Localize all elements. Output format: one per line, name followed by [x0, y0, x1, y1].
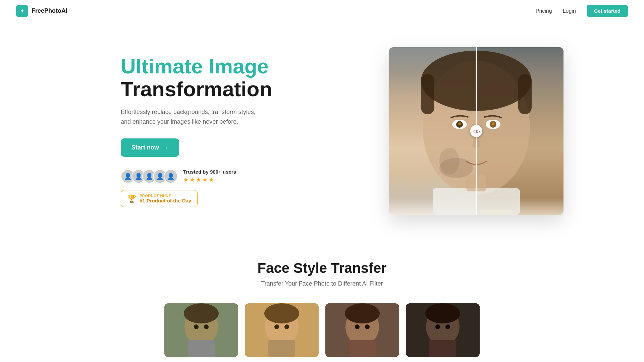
svg-rect-37: [429, 340, 456, 357]
ph-title: #1 Product of the Day: [140, 198, 191, 203]
fst-card-2-image: [245, 303, 319, 357]
hero-image: ◁▷: [376, 47, 564, 215]
svg-point-9: [492, 122, 494, 125]
navbar: ✦ FreePhotoAI Pricing Login Get started: [0, 0, 644, 22]
svg-point-30: [365, 324, 370, 329]
svg-point-16: [184, 303, 219, 323]
star-5: ★: [209, 176, 214, 183]
fst-card-2[interactable]: [245, 303, 319, 357]
fst-card-3-image: [325, 303, 399, 357]
svg-rect-19: [188, 340, 215, 357]
social-proof: 👤 👤 👤 👤 👤 Trusted by 900+ users ★ ★ ★ ★ …: [121, 169, 272, 183]
fst-subtitle: Transfer Your Face Photo to Different AI…: [80, 280, 564, 287]
logo-text: FreePhotoAI: [32, 7, 67, 14]
svg-point-35: [435, 324, 440, 329]
svg-rect-2: [421, 74, 434, 114]
svg-rect-31: [349, 340, 376, 357]
trusted-text: Trusted by 900+ users: [183, 169, 236, 175]
nav-login[interactable]: Login: [563, 8, 576, 14]
hero-title: Ultimate Image Transformation: [121, 55, 272, 101]
product-hunt-badge[interactable]: 🏆 PRODUCT HUNT #1 Product of the Day: [121, 190, 198, 207]
trophy-icon: 🏆: [127, 194, 136, 203]
get-started-button[interactable]: Get started: [587, 5, 628, 17]
arrow-icon: →: [162, 144, 168, 152]
svg-point-18: [204, 324, 209, 329]
svg-point-6: [458, 122, 461, 125]
hero-section: Ultimate Image Transformation Effortless…: [0, 22, 644, 240]
start-now-button[interactable]: Start now →: [121, 138, 179, 157]
fst-card-4-image: [406, 303, 480, 357]
svg-point-24: [284, 324, 289, 329]
hero-title-dark: Transformation: [121, 77, 272, 101]
svg-point-28: [345, 303, 380, 323]
svg-point-22: [264, 303, 299, 323]
svg-point-23: [274, 324, 279, 329]
image-compare[interactable]: ◁▷: [389, 47, 564, 215]
star-rating: ★ ★ ★ ★ ★: [183, 176, 236, 183]
fst-card-4[interactable]: [406, 303, 480, 357]
star-4: ★: [202, 176, 208, 183]
hero-subtitle: Effortlessly replace backgrounds, transf…: [121, 107, 262, 127]
nav-pricing[interactable]: Pricing: [536, 8, 552, 14]
svg-point-17: [194, 324, 199, 329]
logo-icon: ✦: [16, 5, 28, 17]
social-text-group: Trusted by 900+ users ★ ★ ★ ★ ★: [183, 169, 236, 183]
fst-card-3[interactable]: [325, 303, 399, 357]
svg-point-36: [445, 324, 450, 329]
nav-links: Pricing Login Get started: [536, 5, 628, 17]
ph-text-group: PRODUCT HUNT #1 Product of the Day: [140, 194, 191, 203]
ph-label: PRODUCT HUNT: [140, 194, 191, 198]
svg-point-11: [439, 148, 460, 175]
star-3: ★: [196, 176, 201, 183]
hero-title-accent: Ultimate Image: [121, 55, 269, 78]
avatar-group: 👤 👤 👤 👤 👤: [121, 169, 178, 183]
svg-rect-25: [268, 340, 295, 357]
start-now-label: Start now: [131, 144, 159, 151]
compare-handle[interactable]: ◁▷: [470, 125, 482, 137]
avatar-5: 👤: [164, 169, 178, 183]
star-2: ★: [190, 176, 195, 183]
logo[interactable]: ✦ FreePhotoAI: [16, 5, 67, 17]
hero-content: Ultimate Image Transformation Effortless…: [121, 55, 272, 207]
handle-arrows: ◁▷: [473, 128, 480, 134]
fst-card-1-image: [164, 303, 238, 357]
svg-point-29: [355, 324, 360, 329]
fst-cards: [80, 303, 564, 357]
svg-rect-3: [518, 74, 532, 114]
star-1: ★: [183, 176, 189, 183]
fst-card-1[interactable]: [164, 303, 238, 357]
fst-section: Face Style Transfer Transfer Your Face P…: [0, 240, 644, 362]
svg-point-34: [425, 303, 460, 323]
fst-title: Face Style Transfer: [80, 260, 564, 276]
